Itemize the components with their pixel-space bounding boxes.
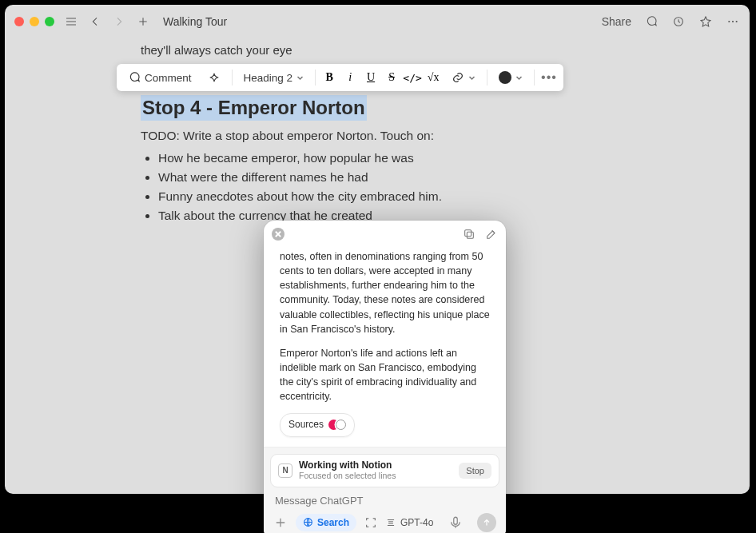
sidebar-toggle-icon[interactable] [64,14,78,29]
overlay-response: notes, often in denominations ranging fr… [264,243,506,447]
window-zoom-dot[interactable] [45,17,54,26]
body-text-fragment[interactable]: they'll always catch your eye [141,43,698,57]
strikethrough-button[interactable]: S [384,71,399,84]
todo-intro[interactable]: TODO: Write a stop about emperor Norton.… [141,129,698,143]
color-swatch-icon [499,71,511,84]
comment-button[interactable]: Comment [123,68,197,87]
attach-icon[interactable] [273,515,288,530]
response-paragraph[interactable]: notes, often in denominations ranging fr… [280,249,490,336]
focus-icon[interactable] [364,516,377,529]
favorite-icon[interactable] [698,14,713,29]
overlay-input-area: N Working with Notion Focused on selecte… [264,447,506,533]
titlebar: Walking Tour Share [5,5,750,38]
equation-button[interactable]: √x [426,71,440,84]
message-input[interactable] [270,492,499,513]
stop-button[interactable]: Stop [459,463,491,479]
svg-point-1 [728,21,730,22]
heading-stop-4[interactable]: Stop 4 - Emperor Norton [141,95,367,121]
selection-toolbar: Comment Heading 2 B i U S </> √x ••• [117,64,563,91]
text-color-button[interactable] [494,68,527,87]
model-selector[interactable]: GPT-4o [385,517,433,528]
list-item[interactable]: How he became emperor, how popular he wa… [158,151,698,165]
context-title: Working with Notion [299,460,396,471]
page-more-icon[interactable] [726,14,740,29]
response-paragraph[interactable]: Emperor Norton's life and actions left a… [280,346,490,404]
svg-point-3 [736,21,738,22]
breadcrumb[interactable]: Walking Tour [163,15,227,28]
svg-point-2 [732,21,734,22]
svg-rect-7 [453,517,457,524]
mic-icon[interactable] [448,515,463,530]
link-button[interactable] [447,68,480,87]
code-button[interactable]: </> [405,72,420,84]
turn-into-dropdown[interactable]: Heading 2 [239,69,309,87]
new-page-icon[interactable] [136,14,150,29]
send-button[interactable] [477,513,496,532]
svg-rect-4 [467,232,473,238]
notion-app-icon: N [278,463,292,478]
turn-into-label: Heading 2 [244,72,293,84]
updates-icon[interactable] [671,14,686,29]
sources-favicons-icon [328,420,346,430]
list-item[interactable]: Funny anecdotes about how the city embra… [158,189,698,204]
ai-suggest-icon[interactable] [203,68,225,87]
overlay-header [264,221,506,243]
italic-button[interactable]: i [343,71,357,84]
svg-rect-5 [465,230,472,237]
comments-icon[interactable] [644,14,659,29]
overlay-action-row: Search GPT-4o [270,513,499,534]
context-subtitle: Focused on selected lines [299,471,396,480]
share-button[interactable]: Share [602,15,631,28]
nav-back-icon[interactable] [88,14,102,29]
copy-icon[interactable] [463,228,475,241]
search-label: Search [317,517,349,528]
comment-label: Comment [145,72,192,84]
window-close-dot[interactable] [14,17,24,26]
model-label: GPT-4o [400,517,433,528]
sources-button[interactable]: Sources [280,413,355,436]
window-controls [14,17,54,26]
bold-button[interactable]: B [322,71,336,84]
todo-list: How he became emperor, how popular he wa… [158,151,698,223]
overlay-close-button[interactable] [272,228,284,241]
web-search-toggle[interactable]: Search [296,514,356,531]
sources-label: Sources [288,418,324,432]
nav-forward-icon[interactable] [112,14,126,29]
compose-icon[interactable] [485,228,498,241]
toolbar-more-icon[interactable]: ••• [541,70,557,85]
list-item[interactable]: What were the different names he had [158,170,698,185]
underline-button[interactable]: U [364,71,378,84]
context-pill[interactable]: N Working with Notion Focused on selecte… [270,454,499,487]
chatgpt-overlay: notes, often in denominations ranging fr… [264,221,506,533]
window-minimize-dot[interactable] [30,17,39,26]
